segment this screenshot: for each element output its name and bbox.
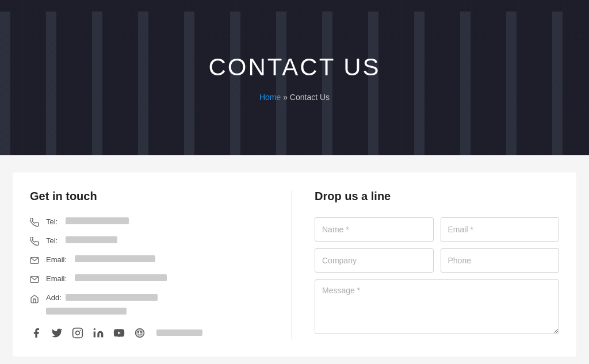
page-title: CONTACT US [208, 53, 380, 81]
breadcrumb-current: Contact Us [290, 93, 330, 102]
svg-point-9 [141, 332, 142, 333]
content-section: Get in touch Tel: [0, 155, 589, 364]
youtube-icon[interactable] [113, 327, 125, 339]
twitter-icon[interactable] [51, 327, 63, 339]
contact-item-email2: Email: [30, 274, 257, 285]
tel2-value [66, 236, 117, 243]
social-icons-row [30, 327, 257, 339]
hero-section: CONTACT US Home » Contact Us [0, 0, 589, 155]
address-line1 [66, 294, 158, 301]
content-card: Get in touch Tel: [13, 173, 576, 357]
contact-item-address: Add: [30, 293, 257, 315]
tel2-label: Tel: [46, 236, 58, 245]
form-title: Drop us a line [315, 190, 559, 203]
form-row-name-email [315, 217, 559, 242]
email2-value [75, 274, 167, 281]
contact-form-panel: Drop us a line [315, 190, 559, 339]
contact-form [315, 217, 559, 336]
contact-info-panel: Get in touch Tel: [30, 190, 268, 339]
breadcrumb-separator: » [283, 93, 288, 102]
svg-point-4 [80, 329, 81, 331]
panel-divider [291, 190, 292, 339]
linkedin-icon[interactable] [92, 327, 105, 339]
facebook-icon[interactable] [30, 327, 43, 339]
tel1-value [66, 217, 129, 224]
contact-item-tel2: Tel: [30, 236, 257, 247]
svg-point-3 [76, 331, 80, 335]
social-extra-text [156, 329, 202, 336]
name-input[interactable] [315, 217, 434, 242]
svg-rect-2 [73, 328, 83, 338]
breadcrumb-home-link[interactable]: Home [259, 93, 281, 102]
instagram-icon[interactable] [71, 327, 84, 339]
email2-label: Email: [46, 274, 67, 283]
address-icon [30, 294, 40, 305]
form-row-message [315, 279, 559, 336]
message-textarea[interactable] [315, 279, 559, 334]
breadcrumb: Home » Contact Us [208, 93, 380, 102]
address-label: Add: [46, 293, 62, 302]
phone-icon-2 [30, 237, 40, 247]
contact-info-title: Get in touch [30, 190, 257, 203]
email1-value [75, 255, 155, 262]
email-input[interactable] [441, 217, 560, 242]
hero-content: CONTACT US Home » Contact Us [208, 53, 380, 102]
svg-point-5 [94, 328, 95, 329]
address-line2 [46, 308, 127, 315]
email-icon-1 [30, 256, 40, 266]
email-icon-2 [30, 275, 40, 285]
email1-label: Email: [46, 255, 67, 264]
contact-item-email1: Email: [30, 255, 257, 266]
wechat-icon[interactable] [133, 327, 146, 339]
tel1-label: Tel: [46, 217, 58, 226]
phone-input[interactable] [441, 248, 560, 273]
form-row-company-phone [315, 248, 559, 273]
contact-list: Tel: Tel: [30, 217, 257, 315]
phone-icon-1 [30, 218, 40, 228]
contact-item-tel1: Tel: [30, 217, 257, 228]
svg-point-8 [138, 332, 139, 333]
address-content: Add: [46, 293, 158, 315]
company-input[interactable] [315, 248, 434, 273]
